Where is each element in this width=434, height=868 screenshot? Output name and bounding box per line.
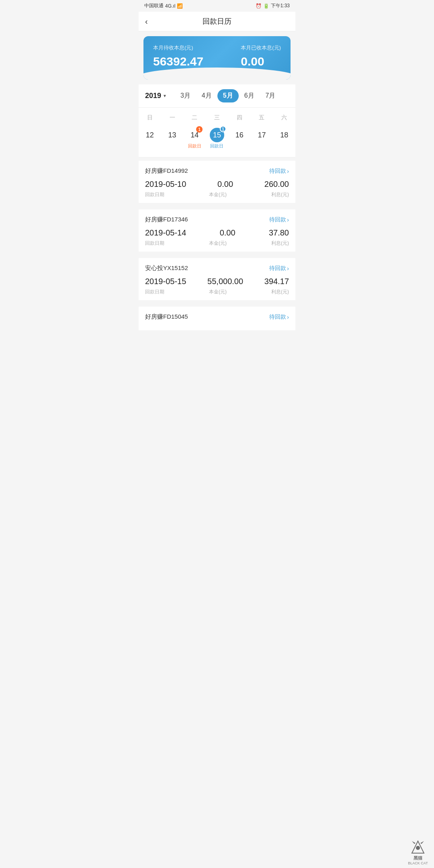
weekday-tue: 二 <box>183 114 206 121</box>
loan-interest-label-2: 利息(元) <box>271 289 289 295</box>
weekday-wed: 三 <box>206 114 228 121</box>
day-number-14: 14 1 <box>187 128 202 142</box>
loan-principal-0: 0.00 <box>217 180 233 189</box>
badge-15: 1 <box>220 126 226 132</box>
loan-status-2[interactable]: 待回款 › <box>269 265 289 272</box>
year-button[interactable]: 2019 ▼ <box>145 92 167 100</box>
month-item-march[interactable]: 3月 <box>175 89 196 102</box>
loan-status-arrow-3: › <box>287 314 289 320</box>
loan-status-arrow-0: › <box>287 168 289 174</box>
status-left: 中国联通 4G.ıl 📶 <box>144 2 183 9</box>
loan-name-3: 好房赚FD15045 <box>145 313 188 321</box>
loan-interest-2: 394.17 <box>264 277 289 286</box>
loan-date-label-0: 回款日期 <box>145 191 164 198</box>
weekday-thu: 四 <box>228 114 251 121</box>
loan-data-row-1: 2019-05-14 0.00 37.80 <box>145 228 289 237</box>
time-text: 下午1:33 <box>271 2 290 9</box>
page-header: ‹ 回款日历 <box>139 12 295 31</box>
calendar-day-16[interactable]: 16 <box>228 126 251 151</box>
loan-date-label-2: 回款日期 <box>145 289 164 295</box>
pending-section: 本月待收本息(元) 56392.47 <box>153 44 203 68</box>
loan-name-2: 安心投YX15152 <box>145 264 188 272</box>
received-amount: 0.00 <box>241 55 281 68</box>
loan-header-2: 安心投YX15152 待回款 › <box>145 264 289 272</box>
loan-status-0[interactable]: 待回款 › <box>269 168 289 175</box>
loan-header-3: 好房赚FD15045 待回款 › <box>145 313 289 321</box>
loan-header-1: 好房赚FD17346 待回款 › <box>145 216 289 223</box>
loan-name-1: 好房赚FD17346 <box>145 216 188 223</box>
calendar-day-12[interactable]: 12 <box>139 126 161 151</box>
loan-principal-label-2: 本金(元) <box>209 289 227 295</box>
calendar-day-18[interactable]: 18 <box>273 126 295 151</box>
loan-interest-label-0: 利息(元) <box>271 191 289 198</box>
week-header: 日 一 二 三 四 五 六 <box>139 113 295 125</box>
pending-label: 本月待收本息(元) <box>153 44 203 51</box>
calendar-day-13[interactable]: 13 <box>161 126 184 151</box>
calendar: 日 一 二 三 四 五 六 12 13 14 1 回款日 15 1 <box>139 108 295 158</box>
loan-sub-row-2: 回款日期 本金(元) 利息(元) <box>145 289 289 295</box>
day-number-15: 15 1 <box>210 128 224 142</box>
calendar-week-row: 12 13 14 1 回款日 15 1 回款日 16 17 <box>139 125 295 152</box>
alarm-icon: ⏰ <box>256 3 262 9</box>
badge-14: 1 <box>196 126 203 133</box>
loan-header-0: 好房赚FD14992 待回款 › <box>145 167 289 175</box>
loan-sub-row-1: 回款日期 本金(元) 利息(元) <box>145 240 289 247</box>
status-bar: 中国联通 4G.ıl 📶 ⏰ 🔋 下午1:33 <box>139 0 295 12</box>
loan-item-1: 好房赚FD17346 待回款 › 2019-05-14 0.00 37.80 回… <box>139 209 295 252</box>
loan-data-row-0: 2019-05-10 0.00 260.00 <box>145 180 289 189</box>
loan-principal-2: 55,000.00 <box>207 277 243 286</box>
year-text: 2019 <box>145 92 161 100</box>
loan-status-arrow-1: › <box>287 217 289 223</box>
weekday-mon: 一 <box>161 114 184 121</box>
back-button[interactable]: ‹ <box>145 17 148 26</box>
signal-icon: 4G.ıl <box>165 3 175 9</box>
loan-date-2: 2019-05-15 <box>145 277 186 286</box>
wifi-icon: 📶 <box>177 3 183 9</box>
loan-status-3[interactable]: 待回款 › <box>269 313 289 321</box>
day-number-12: 12 <box>143 128 157 142</box>
month-item-july[interactable]: 7月 <box>260 89 281 102</box>
loan-date-1: 2019-05-14 <box>145 228 186 237</box>
loan-item-2: 安心投YX15152 待回款 › 2019-05-15 55,000.00 39… <box>139 258 295 300</box>
carrier-text: 中国联通 <box>144 2 164 9</box>
summary-card: 本月待收本息(元) 56392.47 本月已收本息(元) 0.00 <box>143 36 291 80</box>
month-item-april[interactable]: 4月 <box>196 89 217 102</box>
loan-principal-label-0: 本金(元) <box>209 191 227 198</box>
battery-icon: 🔋 <box>263 3 269 9</box>
calendar-day-14[interactable]: 14 1 回款日 <box>183 126 206 151</box>
loan-principal-1: 0.00 <box>220 228 235 237</box>
loan-status-1[interactable]: 待回款 › <box>269 216 289 223</box>
calendar-day-15[interactable]: 15 1 回款日 <box>206 126 228 151</box>
loan-name-0: 好房赚FD14992 <box>145 167 188 175</box>
month-item-may[interactable]: 5月 <box>217 89 239 102</box>
loan-item-3: 好房赚FD15045 待回款 › <box>139 307 295 330</box>
loan-interest-1: 37.80 <box>269 228 289 237</box>
day-number-18: 18 <box>277 128 291 142</box>
loan-interest-label-1: 利息(元) <box>271 240 289 247</box>
day-label-14: 回款日 <box>188 143 201 149</box>
day-number-13: 13 <box>165 128 180 142</box>
calendar-day-17[interactable]: 17 <box>251 126 273 151</box>
month-selector: 2019 ▼ 3月 4月 5月 6月 7月 <box>139 84 295 108</box>
loan-interest-0: 260.00 <box>264 180 289 189</box>
day-number-17: 17 <box>254 128 269 142</box>
loan-date-label-1: 回款日期 <box>145 240 164 247</box>
received-section: 本月已收本息(元) 0.00 <box>241 44 281 68</box>
loan-status-arrow-2: › <box>287 265 289 272</box>
page-title: 回款日历 <box>203 16 231 26</box>
pending-amount: 56392.47 <box>153 55 203 68</box>
loan-data-row-2: 2019-05-15 55,000.00 394.17 <box>145 277 289 286</box>
loan-item-0: 好房赚FD14992 待回款 › 2019-05-10 0.00 260.00 … <box>139 161 295 203</box>
month-item-june[interactable]: 6月 <box>239 89 260 102</box>
loan-date-0: 2019-05-10 <box>145 180 186 189</box>
status-right: ⏰ 🔋 下午1:33 <box>256 2 290 9</box>
loan-sub-row-0: 回款日期 本金(元) 利息(元) <box>145 191 289 198</box>
day-number-16: 16 <box>232 128 247 142</box>
weekday-fri: 五 <box>251 114 273 121</box>
received-label: 本月已收本息(元) <box>241 44 281 51</box>
weekday-sat: 六 <box>273 114 295 121</box>
weekday-sun: 日 <box>139 114 161 121</box>
day-label-15: 回款日 <box>210 143 223 149</box>
year-dropdown-arrow: ▼ <box>163 94 167 98</box>
loan-principal-label-1: 本金(元) <box>209 240 227 247</box>
